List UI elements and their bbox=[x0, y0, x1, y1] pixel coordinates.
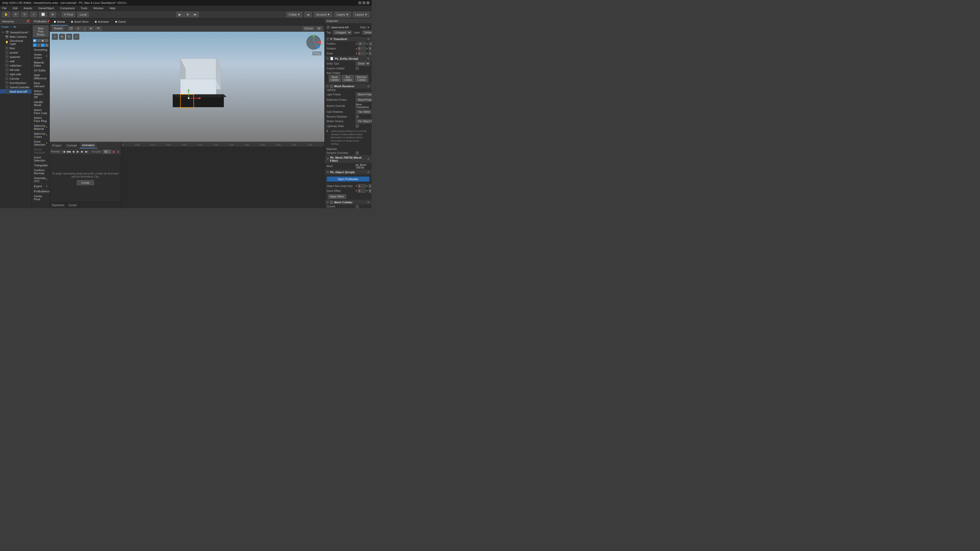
pb-rest-intersect[interactable]: Rest: Intersect bbox=[32, 81, 50, 89]
maximize-button[interactable]: □ bbox=[363, 1, 366, 4]
lighting-button[interactable]: ☀ bbox=[75, 26, 81, 31]
scene-rotate-tool[interactable]: ↻ bbox=[66, 34, 72, 40]
move-tool[interactable]: ✛ bbox=[12, 12, 19, 17]
menu-file[interactable]: File bbox=[1, 6, 8, 10]
account-button[interactable]: Account ▼ bbox=[314, 12, 332, 17]
tab-animator[interactable]: ◼ Animator bbox=[92, 18, 112, 25]
mesh-renderer-settings[interactable]: ⚙ bbox=[367, 85, 369, 88]
menu-tools[interactable]: Tools bbox=[80, 6, 88, 10]
pb-select-by-colors[interactable]: Select by Colors + bbox=[32, 131, 50, 139]
position-y-input[interactable] bbox=[369, 42, 372, 46]
hierarchy-item-eventsystem[interactable]: ⬛ EventSystem bbox=[0, 81, 32, 85]
pb-shift-difference[interactable]: Shift: Difference bbox=[32, 73, 50, 81]
scale-y-input[interactable] bbox=[369, 52, 372, 56]
gizmos-button[interactable]: Gizmos bbox=[303, 26, 315, 31]
anim-add-key-btn[interactable]: ◇ bbox=[117, 149, 120, 154]
mode-face-btn[interactable]: ◼ bbox=[41, 39, 45, 42]
scene-scale-tool[interactable]: ⤢ bbox=[73, 34, 80, 40]
pb-generate-uv2[interactable]: Generate UV2 + bbox=[32, 176, 50, 184]
object-name[interactable]: dead-area-left bbox=[331, 26, 359, 29]
mesh-renderer-header[interactable]: ▼ Mesh Renderer ⚙ bbox=[325, 84, 372, 89]
hierarchy-item-pusher[interactable]: ⬛ pusher bbox=[0, 50, 32, 55]
transform-header[interactable]: ▼ ⊕ Transform ⚙ bbox=[325, 37, 372, 41]
convex-checkbox[interactable] bbox=[356, 205, 359, 208]
open-probuilder-button[interactable]: Open ProBuilder bbox=[327, 176, 369, 182]
close-button[interactable]: ✕ bbox=[366, 1, 369, 4]
mesh-filter-settings[interactable]: ⚙ bbox=[367, 158, 369, 160]
mode-edge-btn[interactable]: ─ bbox=[37, 39, 41, 42]
menu-assets[interactable]: Assets bbox=[23, 6, 33, 10]
scene-gizmo[interactable]: X Y Z bbox=[306, 35, 321, 50]
pb-vertex-colors-add[interactable]: + bbox=[46, 54, 48, 58]
audio-button[interactable]: ♪ bbox=[82, 26, 87, 31]
pause-button[interactable]: ⏸ bbox=[184, 12, 191, 17]
hierarchy-item-floor[interactable]: ⬛ floor bbox=[0, 46, 32, 50]
pb-entity-header[interactable]: ▼ 📄 Pb_Entity (Script) ⚙ bbox=[325, 56, 372, 61]
pb-object-settings[interactable]: ⚙ bbox=[367, 171, 369, 173]
quick-offset-y-input[interactable] bbox=[369, 189, 372, 193]
pb-generate-uv2-add[interactable]: + bbox=[46, 178, 48, 181]
anim-start-btn[interactable]: |◀ bbox=[62, 149, 65, 154]
transform-tool[interactable]: ⊕ bbox=[49, 12, 56, 17]
mode-btn-x[interactable]: X bbox=[33, 43, 37, 47]
hierarchy-item-camera[interactable]: 📷 Main Camera bbox=[0, 35, 32, 39]
tab-asset-store[interactable]: ◼ Asset Store bbox=[68, 18, 92, 25]
motion-vectors-dropdown[interactable]: Per Object Motion bbox=[356, 119, 372, 124]
local-toggle[interactable]: Local bbox=[77, 12, 89, 17]
hierarchy-item-collection[interactable]: ⬛ collection bbox=[0, 63, 32, 68]
mesh-collider-active[interactable] bbox=[330, 201, 333, 204]
tab-scene[interactable]: ◼ Scene bbox=[51, 18, 68, 25]
hierarchy-item-light[interactable]: 💡 Directional Light bbox=[0, 39, 32, 46]
scene-cam-button[interactable]: 📷 bbox=[95, 26, 102, 31]
dopesheet-tab[interactable]: Dopesheet bbox=[50, 202, 66, 208]
all-label[interactable]: All bbox=[13, 25, 16, 28]
minimize-button[interactable]: ─ bbox=[358, 1, 361, 4]
pb-vertex-colors[interactable]: Vertex Colors + bbox=[32, 52, 50, 60]
create-animator-button[interactable]: Create bbox=[77, 180, 94, 185]
apply-offset-button[interactable]: Apply Offset bbox=[328, 194, 346, 199]
position-x-input[interactable] bbox=[358, 42, 366, 46]
mesh-filter-header[interactable]: ▼ Pb_Mesh-708756 (Mesh Filter) ⚙ bbox=[325, 156, 372, 163]
hierarchy-item-scene[interactable]: ▼ 🎬 SampleScene* bbox=[0, 30, 32, 35]
pb-select-by-colors-add[interactable]: + bbox=[46, 133, 48, 137]
tag-dropdown[interactable]: Untagged bbox=[333, 30, 352, 35]
custom-collider-checkbox[interactable] bbox=[356, 67, 359, 70]
step-button[interactable]: ⏭ bbox=[192, 12, 199, 17]
pb-object-header[interactable]: ▼ Pb_Object (Script) ⚙ bbox=[325, 170, 372, 175]
mesh-collider-button[interactable]: Mesh Collider bbox=[329, 75, 341, 82]
mesh-collider-settings[interactable]: ⚙ bbox=[367, 201, 369, 203]
layer-dropdown[interactable]: Default bbox=[362, 30, 372, 35]
anim-prev-frame-btn[interactable]: ◀ bbox=[72, 149, 75, 154]
static-label[interactable]: Static ▼ bbox=[360, 26, 369, 29]
tab-animation[interactable]: Animation bbox=[80, 142, 97, 148]
quick-offset-x-input[interactable] bbox=[358, 189, 366, 193]
rotation-x-input[interactable] bbox=[358, 47, 366, 51]
hierarchy-item-canvas[interactable]: ⬛ Canvas bbox=[0, 76, 32, 81]
layout-button[interactable]: Layout ▼ bbox=[353, 12, 369, 17]
pivot-toggle[interactable]: ⊙ Pivot bbox=[62, 12, 75, 17]
rotation-y-input[interactable] bbox=[369, 47, 372, 51]
transform-settings[interactable]: ⚙ bbox=[367, 38, 369, 40]
scene-view[interactable]: ☉ ✛ ↻ ⤢ ☀ bbox=[50, 32, 324, 142]
pb-smoothing[interactable]: Smoothing bbox=[32, 48, 50, 52]
pb-center-pivot[interactable]: Center Pivot bbox=[32, 194, 50, 202]
tab-game[interactable]: ◼ Game bbox=[112, 18, 129, 25]
scene-hand-tool[interactable]: ☉ bbox=[52, 34, 58, 40]
dynamic-occluded-checkbox[interactable] bbox=[356, 151, 359, 155]
mode-btn-z[interactable]: Z bbox=[41, 43, 45, 47]
hierarchy-item-gamecontroller[interactable]: ⬛ GameController bbox=[0, 85, 32, 89]
pb-probuilderize[interactable]: ProBuilderize bbox=[32, 189, 50, 194]
pb-select-hidden[interactable]: Select Hidden: Off bbox=[32, 89, 50, 100]
hierarchy-pin[interactable]: 📌 bbox=[26, 20, 30, 23]
pb-grow-selection[interactable]: Grow Selection + bbox=[32, 139, 50, 147]
pb-material-editor[interactable]: Material Editor bbox=[32, 60, 50, 68]
curves-tab[interactable]: Curves bbox=[67, 202, 79, 208]
pb-select-by-material[interactable]: Select by Material + bbox=[32, 124, 50, 131]
window-controls[interactable]: ─ □ ✕ bbox=[358, 1, 369, 4]
effects-button[interactable]: ★ bbox=[88, 26, 94, 31]
rotate-tool[interactable]: ↻ bbox=[21, 12, 28, 17]
lightmap-static-checkbox[interactable] bbox=[356, 124, 359, 127]
2d-button[interactable]: 2D bbox=[68, 26, 75, 31]
rect-tool[interactable]: ⬜ bbox=[39, 12, 47, 17]
entity-type-dropdown[interactable]: Detail bbox=[356, 62, 370, 66]
